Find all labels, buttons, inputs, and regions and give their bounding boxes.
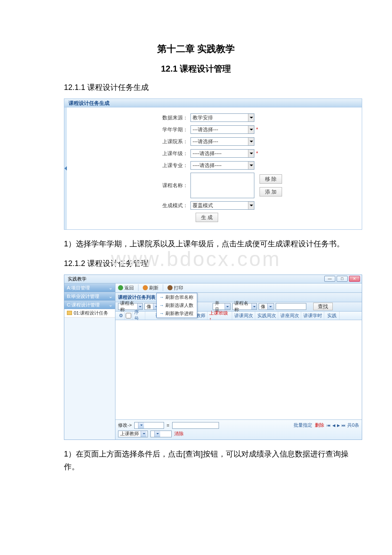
label-course: 课程名称： [67,182,190,189]
sidebar: A:项目管理⌄ B:毕业设计管理⌄ C:课程设计管理⌄ 01:课程设计任务 [64,283,115,439]
modify-label: 修改-> [118,422,132,428]
grid-body [115,320,362,419]
required-marker: * [256,150,258,156]
course-listbox[interactable] [190,173,254,198]
section-title: 12.1 课程设计管理 [30,63,362,75]
select-all-checkbox[interactable] [125,312,133,320]
select-term[interactable]: ---请选择--- [190,125,254,134]
select-dept[interactable]: ---请选择--- [190,137,254,146]
caption-1: 1）选择学年学期，上课院系以及上课年级后，点击生成便可生成课程设计任务书。 [64,237,362,251]
generate-button[interactable]: 生 成 [196,213,218,222]
settings-icon[interactable]: ⚙ [117,312,125,320]
sidebar-cat-b[interactable]: B:毕业设计管理⌄ [64,292,115,301]
refresh-classname[interactable]: → 刷新合班名称 [157,293,197,301]
pager-next[interactable]: ▶ [337,423,340,428]
label-grade: 上课年级： [67,150,190,157]
select-mode[interactable]: 覆盖模式 [190,201,254,210]
teacher-field[interactable]: 上课教师 [118,431,148,437]
chevron-icon: ⌄ [109,301,112,309]
caption-2: 1）在页面上方面选择条件后，点击[查询]按钮，可以对成绩录入信息数据进行查询操作… [64,448,362,474]
pager: ⏮ ◀ ▶ ⏭ 共0条 [327,422,359,428]
subsection-1: 12.1.1 课程设计任务生成 [64,82,362,92]
back-icon [118,285,123,290]
add-button[interactable]: 添 加 [259,187,282,197]
label-dept: 上课院系： [67,138,190,145]
modify-value[interactable] [172,422,219,429]
pager-prev[interactable]: ◀ [332,423,335,428]
panel-title: 课程设计任务生成 [64,99,362,107]
delete-button[interactable]: 删除 [315,422,324,428]
find-button[interactable]: 查找 [313,303,333,310]
col-week[interactable]: 讲课周次 [232,312,255,320]
minimize-button[interactable]: — [324,276,335,282]
select-major[interactable]: ----请选择---- [190,161,254,170]
screenshot-task-generate: 课程设计任务生成 数据来源： 教学安排 学年学期： ---请选择--- * 上课… [64,98,362,230]
pager-first[interactable]: ⏮ [327,423,331,428]
col-prac[interactable]: 实践周次 [255,312,278,320]
subsection-2: 12.1.2 课程设计任务管理 [64,258,362,269]
print-button[interactable]: 打印 [167,285,183,291]
col-class[interactable]: 上课班级↑ [208,312,232,320]
refresh-enroll[interactable]: → 刷新选课人数 [157,301,197,309]
close-button[interactable]: ✕ [349,276,360,282]
toolbar: 返回 刷新 打印 → 刷新合班名称 → 刷新选课人数 → 刷新教学进程 [115,283,362,293]
pager-last[interactable]: ⏭ [342,423,346,428]
folder-icon [67,311,72,315]
grid-header: ⚙ 序号 课程名称 授课教师 上课班级↑ 讲课周次 实践周次 讲座周次 讲课学时… [115,312,362,320]
screenshot-task-manage: 实践教学 — □ ✕ A:项目管理⌄ B:毕业设计管理⌄ C:课程设计管理⌄ 0… [64,275,362,440]
chevron-icon: ⌄ [109,292,112,300]
filter-op-2[interactable]: 像 [259,303,274,310]
refresh-progress[interactable]: → 刷新教学进程 [157,309,197,318]
list-title: 课程设计任务列表 [118,294,156,301]
print-icon [167,285,173,290]
label-source: 数据来源： [67,114,190,121]
label-term: 学年学期： [67,126,190,133]
col-seq[interactable]: 序号 [133,312,145,320]
col-hours[interactable]: 讲课学时 [301,312,324,320]
maximize-button[interactable]: □ [337,276,348,282]
filter-value-2[interactable] [276,303,306,310]
sidebar-cat-a[interactable]: A:项目管理⌄ [64,283,115,292]
sidebar-item-01[interactable]: 01:课程设计任务 [64,309,115,318]
clear-button[interactable]: 清除 [174,431,184,437]
filter-joiner[interactable]: 并且 [213,303,231,310]
chapter-title: 第十二章 实践教学 [30,43,362,55]
refresh-button[interactable]: 刷新 [143,285,159,291]
eq-label: = [167,423,169,428]
refresh-icon [143,285,148,290]
filter-field-2[interactable]: 课程名称 [232,303,257,310]
required-marker: * [256,127,258,133]
refresh-dropdown: → 刷新合班名称 → 刷新选课人数 → 刷新教学进程 [156,293,197,318]
chevron-icon: ⌄ [109,283,112,292]
label-mode: 生成模式： [67,202,190,209]
back-button[interactable]: 返回 [118,285,134,291]
window-title: 实践教学 [68,276,324,282]
pager-count: 共0条 [347,422,359,428]
remove-button[interactable]: 移 除 [259,174,282,184]
col-lect[interactable]: 讲座周次 [278,312,301,320]
modify-field[interactable] [134,422,164,429]
teacher-value[interactable] [150,431,172,437]
label-major: 上课专业： [67,162,190,169]
sidebar-cat-c[interactable]: C:课程设计管理⌄ [64,301,115,309]
select-source[interactable]: 教学安排 [190,113,254,122]
col-last[interactable]: 实践 [324,312,340,320]
batch-assign-button[interactable]: 批量指定 [294,422,312,428]
select-grade[interactable]: ----请选择---- [190,149,254,158]
